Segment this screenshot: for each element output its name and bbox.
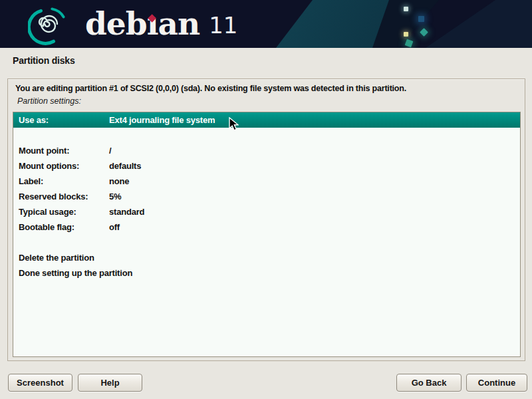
banner-deco-diamond-teal: [420, 28, 428, 37]
continue-button[interactable]: Continue: [466, 374, 527, 392]
row-label: Use as:: [13, 115, 109, 125]
list-row[interactable]: Label:none: [13, 174, 520, 189]
brand-version: 11: [209, 12, 237, 39]
list-row[interactable]: Mount point:/: [13, 143, 520, 158]
debian-installer-window: debıan 11 Partition disks You are editin…: [0, 0, 532, 399]
banner-deco-square-yellow: [404, 32, 408, 37]
banner-deco-square-white: [404, 7, 408, 11]
list-row[interactable]: Use as:Ext4 journaling file system: [13, 112, 520, 128]
row-value: none: [109, 176, 129, 186]
list-row[interactable]: Reserved blocks:5%: [13, 189, 520, 204]
list-row[interactable]: Typical usage:standard: [13, 204, 520, 219]
screenshot-button[interactable]: Screenshot: [8, 374, 72, 392]
header-banner: debıan 11: [0, 0, 532, 48]
row-value: /: [109, 146, 111, 156]
mouse-cursor: [229, 117, 239, 132]
help-button[interactable]: Help: [78, 374, 142, 392]
partition-settings-list[interactable]: Use as:Ext4 journaling file systemMount …: [13, 112, 521, 357]
row-label: Done setting up the partition: [13, 268, 109, 278]
row-value: standard: [109, 207, 144, 217]
row-label: Bootable flag:: [13, 222, 109, 232]
brand-name: debıan: [85, 0, 200, 48]
row-label: Label:: [13, 176, 109, 186]
row-value: defaults: [109, 161, 141, 171]
brand-lockup: debıan 11: [85, 0, 237, 48]
row-label: Reserved blocks:: [13, 192, 109, 201]
row-label: Typical usage:: [13, 207, 109, 217]
content-frame: You are editing partition #1 of SCSI2 (0…: [7, 78, 525, 361]
page-title: Partition disks: [13, 55, 74, 66]
list-row[interactable]: Bootable flag:off: [13, 219, 520, 235]
banner-deco-square-teal: [405, 39, 414, 48]
info-text: You are editing partition #1 of SCSI2 (0…: [15, 84, 406, 93]
row-value: Ext4 journaling file system: [109, 115, 215, 125]
banner-deco-polygon-navy1: [0, 0, 532, 48]
row-value: 5%: [109, 192, 121, 201]
list-row-blank: [13, 235, 520, 250]
row-label: Mount options:: [13, 161, 109, 171]
row-value: off: [109, 222, 120, 232]
list-row[interactable]: Done setting up the partition: [13, 265, 520, 281]
partition-settings-label: Partition settings:: [17, 96, 81, 106]
row-label: Mount point:: [13, 146, 109, 156]
list-row[interactable]: Delete the partition: [13, 250, 520, 265]
row-label: Delete the partition: [13, 253, 109, 263]
list-row-blank: [13, 128, 520, 143]
debian-swirl-logo: [28, 3, 70, 45]
list-row[interactable]: Mount options:defaults: [13, 158, 520, 174]
banner-deco-square-blue: [418, 16, 424, 22]
go-back-button[interactable]: Go Back: [396, 374, 462, 392]
